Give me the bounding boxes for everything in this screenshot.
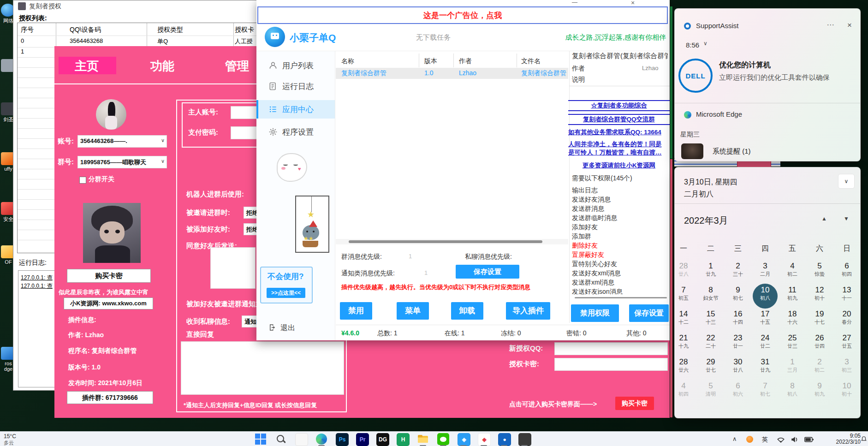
calendar-prev-icon[interactable]: ▲ [821, 215, 827, 222]
ime-language-indicator[interactable]: 英 [762, 435, 768, 444]
tray-security-icon[interactable] [746, 436, 753, 443]
taskbar-icon-premiere[interactable]: Pr [356, 433, 368, 445]
battery-icon[interactable] [804, 436, 814, 443]
taskbar-icon-h-app[interactable]: H [397, 433, 409, 445]
sidebar-item-用户列表[interactable]: 用户列表 [256, 56, 335, 75]
calendar-cell-28[interactable]: 28廿六 [671, 357, 696, 381]
chevron-down-icon[interactable]: ∨ [161, 158, 165, 164]
taskbar-icon-file-explorer[interactable] [417, 433, 429, 445]
permission-item[interactable]: 发送好友json消息 [572, 288, 623, 294]
permission-item[interactable]: 置屏蔽好友 [572, 251, 604, 259]
new-auth-qq-input[interactable] [554, 342, 668, 355]
calendar-cell-11[interactable]: 11初九 [779, 285, 805, 309]
permission-item[interactable]: 输出日志 [572, 186, 598, 195]
tray-chevron-icon[interactable]: ∧ [732, 435, 737, 442]
calendar-collapse-button[interactable]: ∨ [838, 174, 855, 189]
calendar-cell-4[interactable]: 4初四 [671, 381, 696, 404]
permission-item[interactable]: 发送好友消息 [572, 196, 611, 204]
chevron-down-icon[interactable]: ∨ [161, 137, 165, 143]
calendar-cell-18[interactable]: 18十六 [779, 309, 805, 333]
permission-item[interactable]: 发送群临时消息 [572, 214, 617, 222]
auth-card-input[interactable] [554, 358, 668, 371]
calendar-cell-9[interactable]: 9初九 [807, 381, 832, 404]
buy-card-button[interactable]: 购买卡密 [67, 269, 151, 283]
taskbar-icon-bot-app[interactable]: ◈ [458, 433, 470, 445]
calendar-cell-27[interactable]: 27廿五 [834, 333, 860, 357]
sidebar-item-应用中心[interactable]: 应用中心 [256, 100, 335, 119]
calendar-cell-20[interactable]: 20春分 [834, 309, 860, 333]
sidebar-item-程序设置[interactable]: 程序设置 [256, 123, 335, 141]
calendar-cell-30[interactable]: 30廿八 [725, 357, 751, 381]
more-options-icon[interactable]: ... [827, 19, 834, 27]
permissions-scrollbar[interactable] [575, 297, 667, 298]
save-settings-button[interactable]: 保存设置 [456, 265, 519, 279]
calendar-cell-13[interactable]: 13十一 [834, 285, 860, 309]
permission-item[interactable]: 发送群消息 [572, 205, 604, 213]
calendar-cell-1[interactable]: 1三月 [779, 357, 805, 381]
permission-item[interactable]: 删除好友 [572, 242, 598, 250]
weather-widget[interactable]: 15°C 多云 [4, 433, 31, 446]
taskbar-icon-widgets-app[interactable] [295, 433, 307, 445]
calendar-cell-9[interactable]: 9初七 [725, 285, 751, 309]
notification-bell-icon[interactable] [861, 436, 867, 442]
clock-widget[interactable]: 9:05 2022/3/10 [822, 433, 861, 446]
calendar-cell-21[interactable]: 21十九 [671, 333, 696, 357]
close-button[interactable]: × [631, 0, 635, 6]
calendar-cell-7[interactable]: 7初五 [671, 285, 696, 309]
calendar-cell-2[interactable]: 2三十 [725, 262, 751, 285]
notice-priority-value[interactable]: 1 [424, 269, 428, 276]
ad-banner[interactable]: 这是一个广告位，点我 [257, 6, 668, 24]
taskbar-icon-blue-app[interactable]: ● [498, 433, 510, 445]
sidebar-item-运行日志[interactable]: 运行日志 [256, 77, 335, 95]
calendar-cell-12[interactable]: 12初十 [807, 285, 832, 309]
calendar-cell-15[interactable]: 15十三 [698, 309, 724, 333]
plugin-cell[interactable]: 复刻者综合群管 [521, 69, 566, 77]
permission-item[interactable]: 添加群 [572, 232, 591, 241]
xk-site-link[interactable]: 小K资源网: www.xkwo.com [64, 297, 153, 309]
run-log-line[interactable]: 127.0.0.1: 查 [21, 282, 53, 290]
calendar-cell-10[interactable]: 10初八 [752, 285, 778, 309]
ad-banner-text[interactable]: 这是一个广告位，点我 [423, 10, 502, 21]
calendar-cell-8[interactable]: 8妇女节 [698, 285, 724, 309]
tab-home-label[interactable]: 主页 [75, 58, 99, 74]
plugin-cell[interactable]: Lzhao [459, 69, 476, 77]
split-switch-checkbox[interactable] [79, 177, 86, 184]
notification-expand-icon[interactable]: ∨ [703, 40, 707, 47]
permission-item[interactable]: 添加好友 [572, 223, 598, 232]
help-click-button[interactable]: >>点这里<< [267, 288, 305, 298]
tab-manage-label[interactable]: 管理 [225, 58, 249, 74]
plugin-cell[interactable]: 1.0 [424, 69, 433, 77]
calendar-cell-5[interactable]: 5惊蛰 [807, 262, 832, 285]
taskbar-icon-start-menu[interactable] [255, 433, 267, 445]
permission-item[interactable]: 置特别关心好友 [572, 260, 617, 268]
calendar-cell-28[interactable]: 28廿八 [671, 262, 696, 285]
taskbar-icon-anime-app[interactable] [518, 433, 530, 445]
detail-link[interactable]: ☆复刻者多功能综合 [568, 100, 670, 111]
disable-permissions-button[interactable]: 禁用权限 [571, 304, 619, 322]
buy-card-red-button[interactable]: 购买卡密 [615, 397, 654, 410]
taskbar-icon-photoshop[interactable]: Ps [336, 433, 348, 445]
calendar-cell-2[interactable]: 2初二 [807, 357, 832, 381]
action-button-禁用[interactable]: 禁用 [340, 302, 372, 320]
run-log-line[interactable]: 127.0.0.1: 查 [21, 274, 53, 282]
detail-link[interactable]: 如有其他业务需求联系QQ: 13664 [568, 128, 670, 137]
calendar-cell-16[interactable]: 16十四 [725, 309, 751, 333]
calendar-cell-6[interactable]: 6初六 [725, 381, 751, 404]
calendar-cell-17[interactable]: 17十五 [752, 309, 778, 333]
wifi-icon[interactable] [777, 436, 785, 443]
calendar-cell-7[interactable]: 7初七 [752, 381, 778, 404]
permissions-list[interactable]: 输出日志发送好友消息发送群消息发送群临时消息添加好友添加群删除好友置屏蔽好友置特… [568, 184, 670, 294]
group-combobox[interactable]: 189958765——唱歌聊天 ∨ [77, 156, 167, 168]
calendar-cell-23[interactable]: 23廿一 [725, 333, 751, 357]
calendar-cell-1[interactable]: 1廿九 [698, 262, 724, 285]
calendar-cell-31[interactable]: 31廿九 [752, 357, 778, 381]
calendar-cell-8[interactable]: 8初八 [779, 381, 805, 404]
direct-reply-textarea[interactable] [181, 341, 344, 395]
taskbar-icon-dg-app[interactable]: DG [376, 433, 388, 445]
calendar-cell-4[interactable]: 4初二 [779, 262, 805, 285]
plugin-group-button[interactable]: 插件群: 671739666 [67, 391, 153, 404]
help-box[interactable]: 不会使用? >>点这里<< [260, 267, 313, 303]
group-priority-value[interactable]: 1 [409, 253, 412, 260]
taskbar-icon-search[interactable] [275, 433, 287, 445]
calendar-cell-19[interactable]: 19十七 [807, 309, 832, 333]
